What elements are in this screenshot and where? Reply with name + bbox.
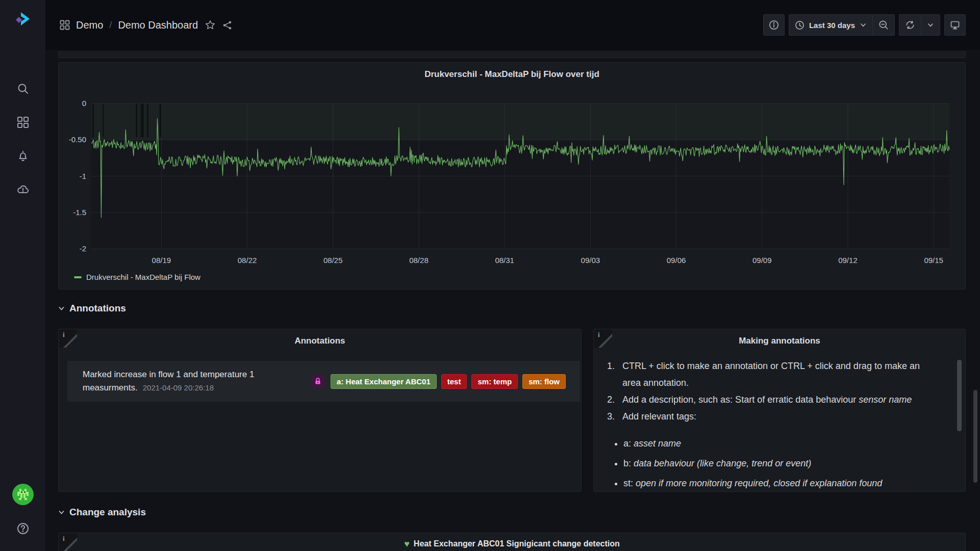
- making-annotations-panel: i Making annotations 1. CTRL + click to …: [593, 329, 966, 492]
- panel-scrollbar-thumb[interactable]: [957, 360, 962, 431]
- timeseries-chart[interactable]: 0-0.50-1-1.5-208/1908/2208/2508/2808/310…: [59, 63, 966, 290]
- chevron-down-icon: [58, 509, 65, 516]
- share-icon: [222, 20, 232, 30]
- grafana-logo[interactable]: [11, 7, 35, 31]
- logo-icon: [12, 8, 34, 30]
- padlock-icon: [314, 377, 322, 385]
- svg-text:0: 0: [82, 99, 86, 108]
- tag-key-item: a: asset name: [623, 435, 936, 452]
- section-row-annotations[interactable]: Annotations: [58, 303, 126, 314]
- annotation-tag[interactable]: a: Heat Exchanger ABC01: [331, 374, 437, 389]
- svg-text:08/31: 08/31: [495, 256, 514, 265]
- help-circle-icon: [16, 522, 30, 535]
- svg-text:-1.5: -1.5: [73, 208, 86, 217]
- svg-text:08/25: 08/25: [323, 256, 343, 265]
- svg-text:09/12: 09/12: [838, 256, 858, 265]
- grid-icon: [60, 20, 70, 30]
- top-navbar: Demo / Demo Dashboard: [45, 0, 980, 50]
- making-annotations-title[interactable]: Making annotations: [594, 336, 965, 346]
- refresh-button[interactable]: [899, 15, 921, 35]
- annotation-list-item[interactable]: Marked increase in flow 1 and temperatur…: [67, 361, 580, 402]
- info-circle-icon: [769, 20, 779, 30]
- favorite-star-button[interactable]: [205, 20, 215, 30]
- annotations-panel-title[interactable]: Annotations: [59, 336, 581, 346]
- section-label: Change analysis: [69, 507, 146, 518]
- svg-text:08/22: 08/22: [238, 256, 257, 265]
- legend-item[interactable]: Drukverschil - MaxDeltaP bij Flow: [74, 273, 200, 281]
- annotation-tag[interactable]: test: [441, 374, 467, 389]
- svg-text:09/09: 09/09: [752, 256, 772, 265]
- cloud-alert-icon: [16, 183, 30, 196]
- making-annotations-body: 1. CTRL + click to make an annotation or…: [607, 358, 936, 492]
- time-range-picker[interactable]: Last 30 days: [789, 15, 872, 35]
- annotation-tags: a: Heat Exchanger ABC01testsm: tempsm: f…: [311, 374, 566, 389]
- list-number: 1.: [607, 358, 622, 391]
- change-panel-title-text: Heat Exchanger ABC01 Signigicant change …: [414, 539, 620, 548]
- panel-info-button[interactable]: [763, 14, 785, 36]
- instruction-item: 2. Add a description, such as: Start of …: [607, 391, 936, 408]
- sidebar: [0, 0, 45, 551]
- toolbar-actions: Last 30 days: [763, 14, 966, 36]
- svg-text:-0.50: -0.50: [69, 135, 86, 144]
- svg-text:09/15: 09/15: [924, 256, 943, 265]
- refresh-icon: [905, 20, 915, 30]
- share-dashboard-button[interactable]: [222, 20, 232, 30]
- list-number: 3.: [607, 408, 622, 425]
- list-text: Add relevant tags:: [622, 408, 936, 425]
- sidebar-item-alerting[interactable]: [11, 144, 35, 168]
- refresh-interval-dropdown[interactable]: [921, 15, 940, 35]
- chart-panel: Drukverschil - MaxDeltaP bij Flow over t…: [58, 62, 966, 290]
- sidebar-item-help[interactable]: [12, 517, 34, 540]
- annotations-panel: i Annotations Marked increase in flow 1 …: [58, 329, 582, 492]
- breadcrumb-folder[interactable]: Demo: [76, 19, 103, 31]
- section-label: Annotations: [69, 303, 126, 314]
- svg-text:08/28: 08/28: [409, 256, 429, 265]
- sidebar-item-dashboards[interactable]: [11, 110, 35, 135]
- chevron-down-icon: [927, 21, 934, 29]
- cycle-view-mode-button[interactable]: [944, 14, 966, 36]
- star-icon: [205, 20, 215, 30]
- legend-label: Drukverschil - MaxDeltaP bij Flow: [86, 273, 200, 281]
- svg-text:-2: -2: [80, 244, 86, 253]
- annotation-tag[interactable]: sm: flow: [522, 374, 566, 389]
- annotation-text: Marked increase in flow 1 and temperatur…: [83, 368, 303, 395]
- monitor-icon: [950, 20, 960, 30]
- time-picker-group: Last 30 days: [789, 14, 895, 36]
- chevron-down-icon: [860, 21, 867, 29]
- list-text: CTRL + click to make an annotation or CT…: [622, 358, 936, 391]
- list-text: Add a description, such as: Start of err…: [622, 391, 936, 408]
- refresh-group: [899, 14, 940, 36]
- legend-swatch: [74, 276, 82, 278]
- tag-key-item: st: open if more monitoring required, cl…: [623, 475, 936, 492]
- instruction-item: 3. Add relevant tags:: [607, 408, 936, 425]
- avatar-pixel-icon: [15, 487, 31, 502]
- dashboards-grid-icon: [17, 116, 29, 128]
- time-range-label: Last 30 days: [809, 21, 855, 30]
- annotation-tag[interactable]: sm: temp: [471, 374, 518, 389]
- instruction-item: 1. CTRL + click to make an annotation or…: [607, 358, 936, 391]
- instruction-list: 1. CTRL + click to make an annotation or…: [607, 358, 936, 425]
- sidebar-item-incidents[interactable]: [11, 177, 35, 202]
- page-scrollbar-thumb[interactable]: [973, 390, 977, 483]
- sidebar-item-search[interactable]: [11, 76, 35, 101]
- tag-key-list: a: asset nameb: data behaviour (like cha…: [607, 435, 936, 492]
- bell-icon: [17, 150, 29, 162]
- svg-text:-1: -1: [80, 172, 86, 180]
- dashboard-grid-icon: [60, 20, 70, 30]
- annotation-timestamp: 2021-04-09 20:26:18: [143, 383, 214, 392]
- time-zoom-out-button[interactable]: [872, 15, 894, 35]
- breadcrumb: Demo / Demo Dashboard: [60, 19, 232, 31]
- tag-key-item: b: data behaviour (like change, trend or…: [623, 455, 936, 472]
- tag-list: a: Heat Exchanger ABC01testsm: tempsm: f…: [331, 374, 566, 389]
- section-row-change-analysis[interactable]: Change analysis: [58, 507, 146, 518]
- svg-text:09/03: 09/03: [581, 256, 600, 265]
- breadcrumb-dashboard[interactable]: Demo Dashboard: [118, 19, 198, 31]
- avatar[interactable]: [12, 484, 34, 505]
- breadcrumb-separator: /: [109, 20, 112, 31]
- dashboard-canvas: Drukverschil - MaxDeltaP bij Flow over t…: [45, 50, 980, 551]
- search-icon: [17, 83, 29, 95]
- change-panel-title[interactable]: ♥ Heat Exchanger ABC01 Signigicant chang…: [59, 539, 965, 548]
- change-detection-panel: i ♥ Heat Exchanger ABC01 Signigicant cha…: [58, 533, 966, 551]
- svg-text:09/06: 09/06: [667, 256, 686, 265]
- panel-above-partial: [58, 51, 966, 58]
